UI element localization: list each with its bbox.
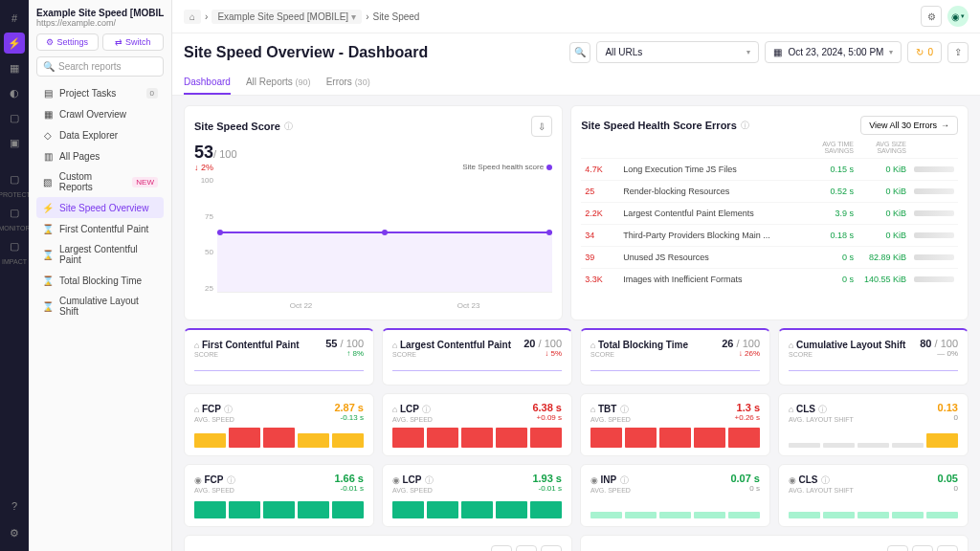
breadcrumb-home[interactable]: ⌂ <box>184 10 201 24</box>
info-icon[interactable]: ⓘ <box>620 405 629 414</box>
info-icon[interactable]: ⓘ <box>620 475 629 485</box>
metric-card[interactable]: ◉ FCP ⓘAVG. SPEED1.66 s-0.01 s <box>184 464 374 527</box>
sidebar-item-label: Total Blocking Time <box>59 276 142 286</box>
share-button[interactable]: ⇪ <box>947 42 969 63</box>
rail-grid-icon[interactable]: ▦ <box>4 57 25 78</box>
error-row[interactable]: 3.3KImages with Inefficient Formats0 s14… <box>581 268 958 290</box>
rail-gauge-icon[interactable]: ◐ <box>4 82 25 103</box>
breadcrumb: ⌂ › Example Site Speed [MOBILE] ▾ › Site… <box>184 10 419 24</box>
card-title: Site Speed Health Score Errors <box>581 120 737 131</box>
rail-protect-label: PROTECT <box>0 191 31 198</box>
score-value: 53 <box>194 143 213 162</box>
metric-card[interactable]: ⌂ TBT ⓘAVG. SPEED1.3 s+0.26 s <box>580 393 770 456</box>
settings-button[interactable]: ⚙Settings <box>36 33 99 51</box>
info-icon[interactable]: ⓘ <box>818 405 827 414</box>
metric-card[interactable]: ◉ LCP ⓘAVG. SPEED1.93 s-0.01 s <box>382 464 572 527</box>
metric-card[interactable]: ⌂ First Contentful PaintSCORE55 / 100↑ 8… <box>184 328 374 386</box>
metric-card[interactable]: ⌂ FCP ⓘAVG. SPEED2.87 s-0.13 s <box>184 393 374 456</box>
sidebar-item-icon: ▥ <box>42 150 54 162</box>
site-speed-score-card: Site Speed Score ⓘ ⇩ 53/ 100 ↓ 2% Site S… <box>184 105 563 320</box>
info-icon[interactable]: ⓘ <box>227 475 235 485</box>
rail-monitor-icon[interactable]: ▢ <box>4 202 25 223</box>
download-button[interactable]: ⇩ <box>541 545 562 551</box>
error-row[interactable]: 2.2KLargest Contentful Paint Elements3.9… <box>581 202 958 224</box>
health-errors-card: Site Speed Health Score Errors ⓘ View Al… <box>570 105 969 320</box>
sidebar-item-icon: ⌛ <box>42 300 54 312</box>
settings-top-button[interactable]: ⚙ <box>921 6 942 27</box>
info-icon[interactable]: ⓘ <box>741 120 749 132</box>
rail-doc-icon[interactable]: ▢ <box>4 107 25 128</box>
metric-card[interactable]: ◉ INP ⓘAVG. SPEED0.07 s0 s <box>580 464 770 527</box>
nav-rail: # ⚡ ▦ ◐ ▢ ▣ ▢ PROTECT ▢ MONITOR ▢ IMPACT… <box>0 0 29 551</box>
sidebar-item-label: Project Tasks <box>59 88 116 99</box>
rail-bolt-icon[interactable]: ⚡ <box>4 33 25 54</box>
speedometer-icon: ⌂ <box>194 341 202 350</box>
chevron-down-icon: ▾ <box>351 11 356 22</box>
error-row[interactable]: 25Render-blocking Resources0.52 s0 KiB <box>581 180 958 202</box>
download-button[interactable]: ⇩ <box>937 545 958 551</box>
info-icon[interactable]: ⓘ <box>821 475 830 485</box>
metric-card[interactable]: ⌂ CLS ⓘAVG. LAYOUT SHIFT0.130 <box>778 393 969 456</box>
error-row[interactable]: 4.7KLong Execution Time JS Files0.15 s0 … <box>581 158 958 180</box>
view-all-errors-button[interactable]: View All 30 Errors→ <box>860 116 958 135</box>
sidebar-item-icon: ▤ <box>42 87 54 99</box>
sidebar-item-icon: ⌛ <box>42 249 54 260</box>
sidebar-item-site-speed-overview[interactable]: ⚡Site Speed Overview <box>36 197 164 218</box>
user-avatar[interactable]: ◉▾ <box>947 6 969 27</box>
metric-icon: ⌂ <box>789 405 796 414</box>
metric-icon: ◉ <box>392 475 403 485</box>
sidebar-item-icon: ▧ <box>42 176 54 187</box>
metric-card[interactable]: ⌂ LCP ⓘAVG. SPEED6.38 s+0.09 s <box>382 393 572 456</box>
refresh-icon: ↻ <box>916 47 924 57</box>
breadcrumb-project[interactable]: Example Site Speed [MOBILE] ▾ <box>212 10 362 24</box>
search-button[interactable]: 🔍 <box>569 42 590 63</box>
chevron-right-icon: › <box>366 11 368 22</box>
sidebar-item-first-contentful-paint[interactable]: ⌛First Contentful Paint <box>36 218 164 239</box>
rail-impact-icon[interactable]: ▢ <box>4 235 25 256</box>
metric-card[interactable]: ⌂ Cumulative Layout ShiftSCORE80 / 100— … <box>778 328 969 386</box>
settings-button[interactable]: ⚙ <box>516 545 537 551</box>
metric-card[interactable]: ⌂ Largest Contentful PaintSCORE20 / 100↓… <box>382 328 572 386</box>
rail-settings-icon[interactable]: ⚙ <box>4 522 25 543</box>
metric-card[interactable]: ⌂ Total Blocking TimeSCORE26 / 100↓ 26% <box>580 328 770 386</box>
metric-icon: ⌂ <box>392 405 400 414</box>
rail-hash-icon[interactable]: # <box>4 8 25 29</box>
page-title: Site Speed Overview - Dashboard <box>184 44 428 61</box>
sidebar: Example Site Speed [MOBILE] https://exam… <box>29 0 172 551</box>
date-filter-dropdown[interactable]: ▦Oct 23, 2024, 5:00 PM▾ <box>765 41 902 63</box>
error-row[interactable]: 39Unused JS Resources0 s82.89 KiB <box>581 246 958 268</box>
info-icon[interactable]: ⓘ <box>425 475 434 485</box>
project-url: https://example.com/ <box>36 18 164 28</box>
tab-dashboard[interactable]: Dashboard <box>184 71 231 95</box>
search-input[interactable]: 🔍Search reports <box>36 56 164 77</box>
refresh-button[interactable]: ↻0 <box>907 41 942 63</box>
info-icon[interactable]: ⓘ <box>284 121 293 133</box>
settings-button[interactable]: ⚙ <box>912 545 933 551</box>
sidebar-item-total-blocking-time[interactable]: ⌛Total Blocking Time <box>36 270 164 291</box>
rail-clip-icon[interactable]: ▣ <box>4 132 25 153</box>
sidebar-item-project-tasks[interactable]: ▤Project Tasks0 <box>36 82 164 103</box>
sidebar-item-crawl-overview[interactable]: ▦Crawl Overview <box>36 103 164 124</box>
expand-button[interactable]: ⛶ <box>887 545 908 551</box>
rail-help-icon[interactable]: ? <box>4 496 25 517</box>
sidebar-item-all-pages[interactable]: ▥All Pages <box>36 145 164 166</box>
breadcrumb-section[interactable]: Site Speed <box>372 11 419 22</box>
metric-card[interactable]: ◉ CLS ⓘAVG. LAYOUT SHIFT0.050 <box>778 464 969 527</box>
info-icon[interactable]: ⓘ <box>224 405 233 414</box>
switch-button[interactable]: ⇄Switch <box>102 33 165 51</box>
sidebar-item-largest-contentful-paint[interactable]: ⌛Largest Contentful Paint <box>36 239 164 270</box>
tab-all-reports[interactable]: All Reports (90) <box>246 71 311 95</box>
rail-protect-icon[interactable]: ▢ <box>4 168 25 189</box>
sidebar-item-icon: ⌛ <box>42 275 54 286</box>
calendar-icon: ▦ <box>773 47 782 57</box>
project-title: Example Site Speed [MOBILE] <box>36 8 164 18</box>
error-row[interactable]: 34Third-Party Providers Blocking Main ..… <box>581 224 958 246</box>
tab-errors[interactable]: Errors (30) <box>326 71 370 95</box>
download-button[interactable]: ⇩ <box>531 116 552 137</box>
sidebar-item-cumulative-layout-shift[interactable]: ⌛Cumulative Layout Shift <box>36 291 164 321</box>
sidebar-item-data-explorer[interactable]: ◇Data Explorer <box>36 124 164 145</box>
expand-button[interactable]: ⛶ <box>491 545 512 551</box>
info-icon[interactable]: ⓘ <box>422 405 431 414</box>
url-filter-dropdown[interactable]: All URLs▾ <box>596 41 759 63</box>
sidebar-item-custom-reports[interactable]: ▧Custom ReportsNEW <box>36 166 164 197</box>
